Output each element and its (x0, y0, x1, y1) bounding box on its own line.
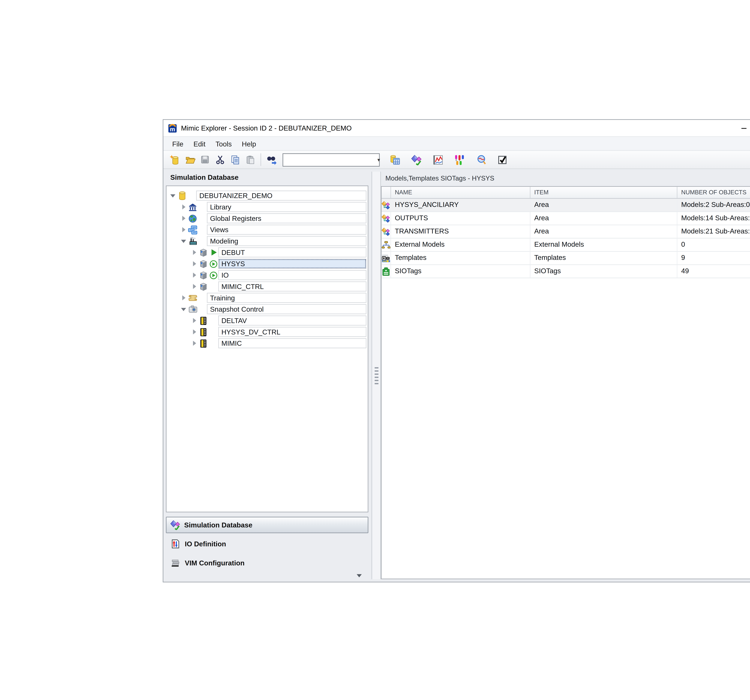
objects-column-header[interactable]: NUMBER OF OBJECTS (678, 187, 750, 198)
tree-item-label[interactable]: MIMIC_CTRL (218, 282, 366, 291)
cut-button[interactable] (212, 152, 228, 167)
cell-item: Templates (530, 252, 678, 265)
chevron-right-icon[interactable] (191, 273, 198, 278)
tree-item-snapshot-control[interactable]: Snapshot Control (166, 303, 368, 315)
tree-item-label[interactable]: Library (207, 202, 366, 212)
scroll-icon (188, 293, 198, 303)
chevron-right-icon[interactable] (180, 227, 187, 232)
simulation-tree[interactable]: DEBUTANIZER_DEMO Library Global Register… (166, 185, 369, 512)
tree-item-mimic[interactable]: MIMIC (166, 338, 368, 349)
tree-item-label[interactable]: DEBUTANIZER_DEMO (196, 191, 366, 201)
title-bar[interactable]: Mimic Explorer - Session ID 2 - DEBUTANI… (163, 120, 750, 136)
search-scan-button[interactable] (473, 152, 488, 167)
nav-label: Simulation Database (184, 521, 252, 529)
nav-label: IO Definition (185, 540, 226, 547)
minimize-icon (741, 124, 748, 132)
paste-button[interactable] (243, 152, 258, 167)
cell-objects: 49 (678, 265, 750, 278)
database-icon (177, 191, 187, 201)
tree-item-views[interactable]: Views (166, 224, 368, 235)
app-window: Mimic Explorer - Session ID 2 - DEBUTANI… (163, 119, 750, 582)
item-column-header[interactable]: ITEM (530, 187, 678, 198)
tree-item-io[interactable]: IO (166, 269, 368, 281)
chevron-right-icon[interactable] (191, 261, 198, 266)
tree-item-label[interactable]: DELTAV (218, 315, 366, 325)
table-row[interactable]: OUTPUTS Area Models:14 Sub-Areas:0 (381, 212, 750, 225)
simulation-database-button[interactable] (409, 152, 424, 167)
tree-item-label[interactable]: IO (218, 270, 366, 280)
tree-item-label[interactable]: Global Registers (207, 213, 366, 223)
tree-item-label[interactable]: Modeling (207, 236, 366, 246)
chevron-down-icon[interactable] (180, 308, 187, 311)
checkbox-tool-button[interactable] (495, 152, 510, 167)
tree-item-label[interactable]: Views (207, 225, 366, 235)
chevron-right-icon[interactable] (191, 341, 198, 346)
cut-icon (215, 155, 225, 165)
menu-tools[interactable]: Tools (211, 137, 237, 150)
icon-column-header[interactable] (381, 187, 391, 198)
find-input[interactable] (283, 155, 377, 164)
tree-item-library[interactable]: Library (166, 201, 368, 212)
cell-objects: Models:14 Sub-Areas:0 (678, 212, 750, 225)
checkbox-icon (496, 154, 507, 165)
table-row[interactable]: TRANSMITTERS Area Models:21 Sub-Areas:0 (381, 225, 750, 238)
cell-item: SIOTags (530, 265, 678, 278)
menu-file[interactable]: File (167, 137, 188, 150)
chevron-down-icon[interactable]: ▼ (377, 157, 381, 162)
menu-help[interactable]: Help (237, 137, 261, 150)
trend-tags-button[interactable] (452, 152, 467, 167)
open-button[interactable] (182, 152, 197, 167)
tree-item-debut[interactable]: DEBUT (166, 247, 368, 258)
chevron-right-icon[interactable] (180, 295, 187, 300)
panel-splitter[interactable] (372, 172, 381, 579)
tree-item-global-registers[interactable]: Global Registers (166, 212, 368, 224)
trend-tags-icon (454, 154, 464, 165)
find-button[interactable] (264, 152, 279, 167)
save-button[interactable] (197, 152, 212, 167)
cell-name: TRANSMITTERS (391, 225, 530, 238)
minimize-button[interactable] (740, 124, 748, 132)
tree-item-hysys-dv-ctrl[interactable]: HYSYS_DV_CTRL (166, 326, 368, 338)
tree-item-mimic-ctrl[interactable]: MIMIC_CTRL (166, 281, 368, 292)
nav-collapse-button[interactable] (166, 571, 369, 580)
chart-icon (432, 154, 443, 165)
tree-item-debutanizer-demo[interactable]: DEBUTANIZER_DEMO (166, 190, 368, 202)
chevron-down-icon[interactable] (169, 194, 177, 197)
table-row[interactable]: Templates Templates 9 (381, 252, 750, 265)
tree-item-label[interactable]: MIMIC (218, 338, 366, 348)
tree-item-modeling[interactable]: Modeling (166, 235, 368, 247)
new-database-button[interactable] (167, 152, 182, 167)
table-row[interactable]: SIOTags SIOTags 49 (381, 265, 750, 278)
find-combobox[interactable]: ▼ (283, 153, 380, 166)
database-table-button[interactable] (387, 152, 403, 167)
chevron-right-icon[interactable] (180, 205, 187, 209)
chart-button[interactable] (430, 152, 445, 167)
chevron-right-icon[interactable] (191, 250, 198, 255)
nav-simulation-database[interactable]: Simulation Database (166, 517, 369, 533)
chevron-right-icon[interactable] (180, 216, 187, 221)
tree-item-deltav[interactable]: DELTAV (166, 315, 368, 326)
left-panel: Simulation Database DEBUTANIZER_DEMO Lib… (163, 169, 372, 582)
copy-button[interactable] (228, 152, 243, 167)
vim-configuration-icon (170, 557, 180, 568)
nav-io-definition[interactable]: IO Definition (166, 535, 369, 552)
tree-item-label[interactable]: HYSYS (218, 259, 366, 269)
tree-item-label[interactable]: Snapshot Control (207, 304, 366, 314)
film-icon (198, 315, 209, 325)
nav-vim-configuration[interactable]: VIM Configuration (166, 554, 369, 571)
chevron-right-icon[interactable] (191, 284, 198, 289)
tree-item-label[interactable]: DEBUT (218, 247, 366, 257)
model-box-icon (198, 259, 209, 269)
chevron-right-icon[interactable] (191, 329, 198, 334)
menu-edit[interactable]: Edit (188, 137, 211, 150)
tree-item-label[interactable]: HYSYS_DV_CTRL (218, 327, 366, 337)
external-models-icon (381, 240, 390, 249)
tree-item-hysys[interactable]: HYSYS (166, 258, 368, 269)
tree-item-training[interactable]: Training (166, 292, 368, 303)
table-row[interactable]: HYSYS_ANCILIARY Area Models:2 Sub-Areas:… (381, 199, 750, 212)
table-row[interactable]: External Models External Models 0 (381, 238, 750, 252)
chevron-right-icon[interactable] (191, 318, 198, 323)
tree-item-label[interactable]: Training (207, 293, 366, 303)
chevron-down-icon[interactable] (180, 240, 187, 243)
name-column-header[interactable]: NAME (391, 187, 530, 198)
